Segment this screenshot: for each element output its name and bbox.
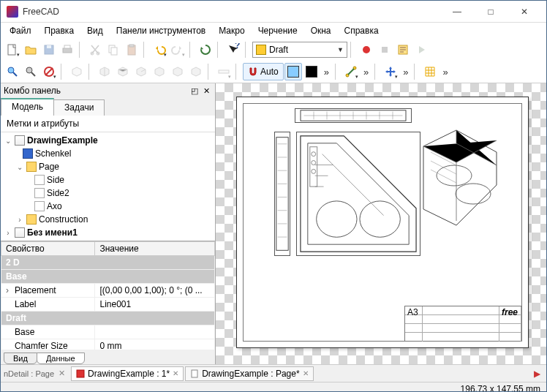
menu-windows[interactable]: Окна	[305, 24, 337, 37]
svg-rect-25	[310, 147, 317, 186]
doctab-truncated[interactable]: nDetail : Page	[4, 369, 57, 378]
draft-workbench-icon	[256, 45, 266, 55]
view-bottom-button[interactable]	[169, 63, 186, 80]
open-file-button[interactable]	[22, 41, 39, 59]
whats-this-button[interactable]: ?	[225, 41, 242, 59]
svg-rect-4	[64, 45, 70, 48]
projection-iso	[409, 124, 511, 227]
tree-root[interactable]: DrawingExample	[27, 135, 98, 146]
props-val[interactable]: 0 mm	[95, 339, 215, 350]
menu-edit[interactable]: Правка	[39, 24, 80, 37]
draft-grid-button[interactable]	[421, 63, 439, 80]
tab-model[interactable]: Модель	[1, 98, 54, 116]
expand-toggle[interactable]: ⌄	[15, 163, 24, 171]
doctab-drawing-page[interactable]: DrawingExample : Page* ✕	[185, 366, 313, 381]
view-right-button[interactable]	[132, 63, 150, 80]
props-key[interactable]: Chamfer Size	[1, 339, 95, 350]
tree-item[interactable]: Side2	[47, 188, 69, 198]
toolbar-overflow-button[interactable]: »	[321, 63, 332, 80]
close-button[interactable]: ✕	[508, 1, 540, 22]
props-val[interactable]: [(0,00 0,00 1,00); 0 °; (0 ...	[95, 284, 215, 298]
snap-auto-button[interactable]: Auto	[243, 63, 284, 80]
proptab-data[interactable]: Данные	[37, 353, 85, 364]
view-rear-button[interactable]	[151, 63, 168, 80]
tab-close-icon[interactable]: ✕	[59, 369, 65, 378]
snap-color2-button[interactable]	[303, 63, 320, 80]
drawing-canvas[interactable]: A3free	[216, 83, 546, 364]
snap-color1-button[interactable]	[284, 63, 302, 80]
part-icon	[23, 148, 33, 159]
tree-item[interactable]: Construction	[39, 214, 88, 225]
new-file-button[interactable]	[4, 41, 21, 59]
view-top-button[interactable]	[114, 63, 132, 80]
draw-style-button[interactable]	[40, 63, 58, 80]
expand-toggle[interactable]: ›	[4, 229, 12, 237]
props-val[interactable]: Line001	[95, 298, 215, 312]
minimize-button[interactable]: —	[441, 1, 473, 22]
redo-button[interactable]	[169, 41, 186, 59]
tree-item[interactable]: Side	[47, 175, 64, 185]
view-left-button[interactable]	[187, 63, 205, 80]
tab-close-icon[interactable]: ✕	[303, 369, 309, 377]
tab-scroll-right-button[interactable]: ▶	[530, 367, 543, 380]
view-iso-button[interactable]	[68, 63, 86, 80]
view-front-button[interactable]	[96, 63, 113, 80]
expand-toggle[interactable]: ⌄	[4, 137, 12, 145]
props-group: 2 D	[1, 256, 215, 270]
draft-line-button[interactable]	[342, 63, 360, 80]
paste-button[interactable]	[123, 41, 140, 59]
tab-tasks[interactable]: Задачи	[53, 99, 105, 116]
toolbar-overflow-button-2[interactable]: »	[361, 63, 371, 80]
menu-macro[interactable]: Макро	[213, 24, 250, 37]
cut-button[interactable]	[86, 41, 104, 59]
menu-file[interactable]: Файл	[4, 24, 37, 37]
macro-record-button[interactable]	[358, 41, 375, 59]
tree-item[interactable]: Axo	[47, 201, 62, 211]
proptab-view[interactable]: Вид	[4, 353, 37, 364]
print-button[interactable]	[59, 41, 76, 59]
doctab-drawing-example[interactable]: DrawingExample : 1* ✕	[71, 366, 184, 381]
refresh-button[interactable]	[197, 41, 214, 59]
macro-edit-button[interactable]	[394, 41, 412, 59]
zoom-fit-button[interactable]	[4, 63, 21, 80]
toolbar-overflow-button-3[interactable]: »	[400, 63, 411, 80]
menu-view[interactable]: Вид	[81, 24, 109, 37]
copy-button[interactable]	[105, 41, 122, 59]
model-tree[interactable]: ⌄ DrawingExample Schenkel ⌄ Page Side Si…	[1, 132, 215, 241]
panel-close-button[interactable]: ✕	[200, 85, 212, 97]
document-tab-bar: nDetail : Page ✕ DrawingExample : 1* ✕ D…	[1, 364, 546, 382]
tree-item[interactable]: Без имени1	[27, 227, 78, 238]
doctab-label: DrawingExample : Page*	[202, 369, 299, 379]
tree-item[interactable]: Schenkel	[35, 148, 71, 159]
menu-help[interactable]: Справка	[339, 24, 385, 37]
maximize-button[interactable]: □	[475, 1, 507, 22]
menu-draft[interactable]: Черчение	[252, 24, 303, 37]
save-button[interactable]	[40, 41, 58, 59]
props-header-key[interactable]: Свойство	[1, 242, 95, 256]
document-icon	[15, 135, 25, 146]
panel-undock-button[interactable]: ◰	[189, 85, 200, 97]
svg-rect-32	[192, 370, 197, 377]
undo-button[interactable]	[151, 41, 168, 59]
projection-top	[295, 108, 412, 123]
toolbar-overflow-button-4[interactable]: »	[440, 63, 450, 80]
props-key[interactable]: Label	[1, 298, 95, 312]
page-icon	[190, 369, 199, 378]
workbench-selector[interactable]: Draft ▼	[252, 42, 347, 58]
svg-point-23	[317, 201, 357, 237]
tree-item[interactable]: Page	[39, 162, 59, 172]
expand-toggle[interactable]: ›	[15, 216, 24, 224]
props-key[interactable]: Base	[1, 325, 95, 339]
combo-panel-title: Комбо панель	[4, 86, 189, 96]
props-key[interactable]: ›Placement	[1, 284, 95, 298]
menu-toolbars[interactable]: Панели инструментов	[110, 24, 211, 37]
macro-run-button[interactable]	[412, 41, 430, 59]
macro-stop-button[interactable]	[376, 41, 393, 59]
props-header-val[interactable]: Значение	[95, 242, 215, 256]
measure-button[interactable]	[215, 63, 233, 80]
combo-panel: Комбо панель ◰ ✕ Модель Задачи Метки и а…	[1, 83, 216, 364]
props-val[interactable]	[95, 325, 215, 339]
tab-close-icon[interactable]: ✕	[173, 369, 178, 377]
draft-move-button[interactable]	[382, 63, 399, 80]
zoom-selection-button[interactable]	[22, 63, 39, 80]
